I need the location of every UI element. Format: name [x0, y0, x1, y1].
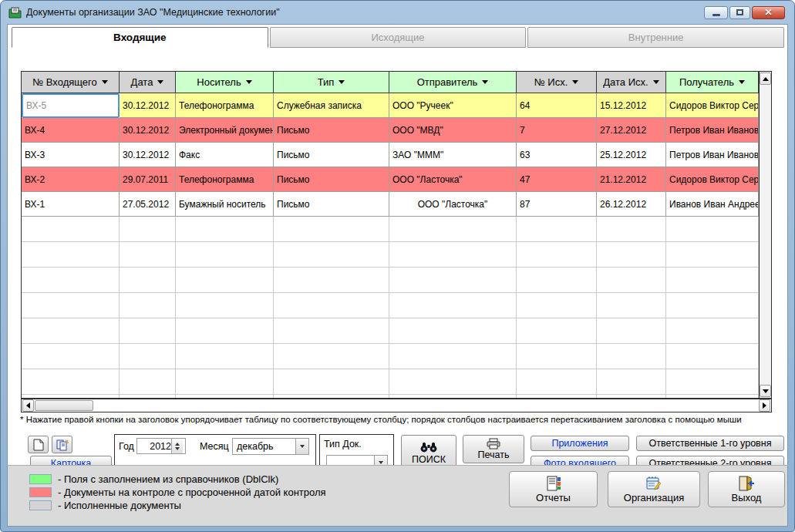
- table-cell[interactable]: ВХ-5: [22, 93, 120, 118]
- table-cell[interactable]: 29.07.2011: [120, 167, 176, 192]
- table-cell[interactable]: 27.12.2012: [597, 118, 666, 143]
- empty-cell: [120, 242, 176, 268]
- month-select[interactable]: декабрь: [232, 438, 309, 455]
- organization-button[interactable]: Организация: [608, 471, 700, 507]
- month-dropdown-icon[interactable]: [295, 439, 308, 454]
- tab-internal[interactable]: Внутренние: [527, 27, 784, 48]
- year-spinner[interactable]: [171, 439, 183, 453]
- column-header-label: Носитель: [197, 76, 241, 88]
- empty-cell: [517, 395, 597, 398]
- new-document-button[interactable]: [28, 436, 49, 453]
- sort-dropdown-icon[interactable]: [157, 80, 163, 84]
- table-cell[interactable]: 15.12.2012: [597, 93, 666, 118]
- table-cell[interactable]: Письмо: [274, 167, 389, 192]
- table-cell[interactable]: 30.12.2012: [120, 143, 176, 167]
- print-button[interactable]: Печать: [463, 435, 524, 463]
- table-cell[interactable]: Бумажный носитель: [176, 192, 274, 217]
- column-header[interactable]: № Входящего: [22, 72, 120, 93]
- table-cell[interactable]: ООО "Ласточка": [389, 167, 517, 192]
- empty-cell: [666, 268, 759, 293]
- scroll-up-icon[interactable]: [760, 72, 771, 85]
- attachments-button[interactable]: Приложения: [531, 436, 629, 451]
- table-cell[interactable]: Служебная записка: [274, 93, 389, 118]
- sort-dropdown-icon[interactable]: [653, 80, 659, 84]
- responsible-level1-button[interactable]: Ответственные 1-го уровня: [636, 436, 784, 451]
- printer-icon: [486, 438, 501, 450]
- table-cell[interactable]: Электронный документ: [176, 118, 274, 143]
- reports-button[interactable]: Отчеты: [509, 471, 598, 507]
- column-header[interactable]: № Исх.: [517, 72, 597, 93]
- table-cell[interactable]: ВХ-4: [22, 118, 120, 143]
- sort-dropdown-icon[interactable]: [739, 80, 745, 84]
- empty-cell: [666, 293, 759, 318]
- table-cell[interactable]: 30.12.2012: [120, 118, 176, 143]
- column-header-label: Получатель: [679, 76, 734, 88]
- table-cell[interactable]: 87: [517, 192, 597, 217]
- year-input[interactable]: [137, 441, 171, 452]
- column-header[interactable]: Дата Исх.: [597, 72, 666, 93]
- table-row[interactable]: ВХ-330.12.2012ФаксПисьмоЗАО "МММ"6325.12…: [22, 143, 759, 167]
- copy-document-button[interactable]: [52, 436, 72, 453]
- exit-button[interactable]: Выход: [708, 471, 785, 507]
- empty-cell: [597, 268, 666, 293]
- empty-cell: [389, 369, 517, 395]
- sort-dropdown-icon[interactable]: [102, 80, 108, 84]
- table-cell[interactable]: 25.12.2012: [597, 143, 666, 167]
- column-header[interactable]: Тип: [274, 72, 389, 93]
- table-cell[interactable]: ООО "Ручеек": [389, 93, 517, 118]
- scroll-left-icon[interactable]: [22, 399, 34, 412]
- maximize-button[interactable]: [729, 6, 750, 19]
- table-cell[interactable]: ООО "МВД": [389, 118, 517, 143]
- table-row[interactable]: ВХ-229.07.2011ТелефонограммаПисьмоООО "Л…: [22, 167, 759, 192]
- table-cell[interactable]: ВХ-3: [22, 143, 120, 167]
- scroll-down-icon[interactable]: [760, 385, 771, 397]
- table-cell[interactable]: Иванов Иван Андреевич: [666, 192, 759, 217]
- empty-cell: [597, 344, 666, 369]
- table-row[interactable]: ВХ-430.12.2012Электронный документПисьмо…: [22, 118, 759, 143]
- table-cell[interactable]: Сидоров Виктор Сергеевич: [666, 167, 759, 192]
- table-cell[interactable]: Факс: [176, 143, 274, 167]
- sort-dropdown-icon[interactable]: [482, 80, 488, 84]
- scroll-right-icon[interactable]: [759, 399, 770, 412]
- sort-dropdown-icon[interactable]: [572, 80, 578, 84]
- table-cell[interactable]: 21.12.2012: [597, 167, 666, 192]
- table-cell[interactable]: Сидоров Виктор Сергеевич: [666, 93, 759, 118]
- table-cell[interactable]: 7: [517, 118, 597, 143]
- column-header[interactable]: Дата: [120, 72, 176, 93]
- table-cell[interactable]: 63: [517, 143, 597, 167]
- table-cell[interactable]: 26.12.2012: [597, 192, 666, 217]
- minimize-button[interactable]: [704, 6, 728, 19]
- table-cell[interactable]: Телефонограмма: [176, 167, 274, 192]
- table-cell[interactable]: ЗАО "МММ": [389, 143, 517, 167]
- horizontal-scrollbar[interactable]: [21, 399, 772, 412]
- vertical-scrollbar[interactable]: [759, 72, 772, 398]
- table-cell[interactable]: Телефонограмма: [176, 93, 274, 118]
- table-cell[interactable]: ООО "Ласточка": [389, 192, 517, 217]
- hscroll-thumb[interactable]: [35, 400, 93, 411]
- table-cell[interactable]: ВХ-1: [22, 192, 120, 217]
- table-cell[interactable]: Петров Иван Иванович: [666, 143, 759, 167]
- table-cell[interactable]: 64: [517, 93, 597, 118]
- table-cell[interactable]: Письмо: [274, 192, 389, 217]
- tab-outgoing[interactable]: Исходящие: [270, 27, 527, 48]
- column-header[interactable]: Получатель: [666, 72, 759, 93]
- table-cell[interactable]: 27.05.2012: [120, 192, 176, 217]
- table-row[interactable]: ВХ-530.12.2012ТелефонограммаСлужебная за…: [22, 93, 759, 118]
- legend-swatch: [29, 487, 52, 497]
- sort-dropdown-icon[interactable]: [339, 80, 345, 84]
- table-cell[interactable]: Письмо: [274, 143, 389, 167]
- sort-dropdown-icon[interactable]: [246, 80, 252, 84]
- tab-incoming[interactable]: Входящие: [12, 27, 268, 48]
- table-row[interactable]: ВХ-127.05.2012Бумажный носительПисьмоООО…: [22, 192, 759, 217]
- table-cell[interactable]: 30.12.2012: [120, 93, 176, 118]
- column-header-label: Дата: [131, 76, 153, 88]
- table-cell[interactable]: Петров Иван Иванович: [666, 118, 759, 143]
- close-button[interactable]: ✕: [752, 6, 785, 19]
- year-field[interactable]: [136, 438, 186, 454]
- table-cell[interactable]: Письмо: [274, 118, 389, 143]
- table-cell[interactable]: ВХ-2: [22, 167, 120, 192]
- table-cell[interactable]: 47: [517, 167, 597, 192]
- column-header[interactable]: Отправитель: [389, 72, 517, 93]
- column-header[interactable]: Носитель: [176, 72, 274, 93]
- empty-cell: [517, 242, 597, 268]
